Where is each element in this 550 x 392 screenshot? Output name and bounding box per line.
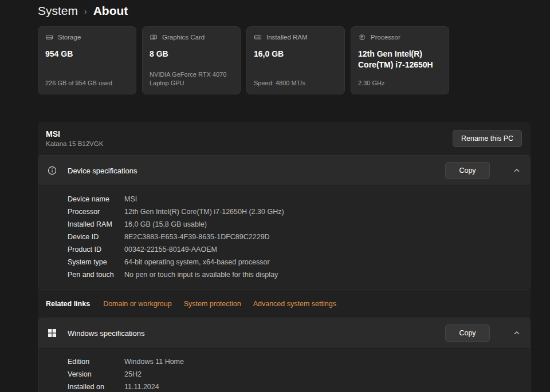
storage-icon	[45, 33, 53, 41]
spec-row-installed-on: Installed on 11.11.2024	[38, 381, 530, 392]
cpu-icon	[358, 33, 366, 41]
spec-value: MSI	[124, 195, 137, 204]
spec-label: Device ID	[68, 233, 124, 241]
spec-label: Product ID	[68, 246, 124, 254]
spec-row-version: Version 25H2	[38, 368, 530, 381]
windows-logo-icon	[48, 328, 57, 338]
spec-value: 00342-22155-80149-AAOEM	[124, 246, 217, 254]
breadcrumb-system[interactable]: System	[38, 3, 78, 18]
link-system-protection[interactable]: System protection	[184, 300, 241, 308]
settings-about-page: System › About Storage 954 GB 226 GB of …	[0, 0, 550, 392]
graphics-card-value: 8 GB	[150, 49, 233, 60]
spec-value: 11.11.2024	[124, 383, 159, 391]
breadcrumb-chevron-icon: ›	[84, 2, 87, 19]
chevron-up-icon[interactable]	[513, 329, 521, 337]
spec-value: 12th Gen Intel(R) Core(TM) i7-12650H (2.…	[124, 208, 284, 216]
processor-card-value: 12th Gen Intel(R) Core(TM) i7-12650H	[358, 49, 442, 70]
spec-value: 25H2	[124, 370, 142, 379]
copy-windows-specs-button[interactable]: Copy	[445, 324, 490, 342]
processor-card-header: Processor	[358, 33, 442, 41]
spec-value: 16,0 GB (15,8 GB usable)	[124, 220, 207, 229]
spec-row-pen-and-touch: Pen and touch No pen or touch input is a…	[38, 268, 530, 281]
spec-label: Installed on	[68, 383, 124, 391]
copy-device-specs-button[interactable]: Copy	[445, 162, 490, 179]
device-specs-expander-header[interactable]: Device specifications Copy	[38, 156, 530, 185]
graphics-card-caption: NVIDIA GeForce RTX 4070 Laptop GPU	[150, 70, 235, 88]
storage-card: Storage 954 GB 226 GB of 954 GB used	[38, 26, 136, 94]
spec-row-installed-ram: Installed RAM 16,0 GB (15,8 GB usable)	[38, 218, 530, 231]
spec-row-edition: Edition Windows 11 Home	[38, 355, 530, 368]
ram-card-header: Installed RAM	[254, 33, 337, 41]
ram-card-caption: Speed: 4800 MT/s	[254, 79, 339, 88]
graphics-card: Graphics Card 8 GB NVIDIA GeForce RTX 40…	[142, 26, 241, 94]
spec-row-system-type: System type 64-bit operating system, x64…	[38, 256, 530, 268]
rename-pc-button[interactable]: Rename this PC	[453, 130, 522, 147]
device-specs-expander: Device specifications Copy Device name M…	[38, 155, 531, 290]
processor-card-label: Processor	[371, 34, 400, 41]
device-name: MSI	[46, 129, 103, 138]
related-links-row: Related links Domain or workgroup System…	[38, 290, 531, 318]
spec-row-product-id: Product ID 00342-22155-80149-AAOEM	[38, 243, 530, 256]
ram-card-label: Installed RAM	[266, 34, 308, 41]
spec-label: Edition	[68, 358, 124, 366]
windows-specs-title: Windows specifications	[68, 329, 434, 338]
spec-label: System type	[68, 258, 124, 267]
spec-label: Installed RAM	[68, 220, 124, 229]
gpu-icon	[150, 33, 158, 41]
device-name-header: MSI Katana 15 B12VGK Rename this PC	[38, 122, 531, 155]
spec-row-device-id: Device ID 8E2C3883-E653-4F39-8635-1DFC89…	[38, 231, 530, 243]
link-advanced-system-settings[interactable]: Advanced system settings	[253, 300, 336, 308]
graphics-card-label: Graphics Card	[162, 34, 205, 41]
storage-card-value: 954 GB	[45, 49, 129, 60]
page-title: About	[93, 3, 128, 18]
spec-row-processor: Processor 12th Gen Intel(R) Core(TM) i7-…	[38, 205, 530, 218]
device-model: Katana 15 B12VGK	[46, 140, 103, 147]
spec-label: Device name	[68, 195, 124, 204]
spec-row-device-name: Device name MSI	[38, 193, 530, 205]
ram-icon	[254, 33, 262, 41]
processor-card-caption: 2.30 GHz	[358, 79, 443, 88]
related-links-title: Related links	[46, 300, 90, 308]
storage-card-header: Storage	[45, 33, 129, 41]
spec-value: 8E2C3883-E653-4F39-8635-1DFC89C2229D	[124, 233, 270, 241]
spec-value: No pen or touch input is available for t…	[124, 271, 278, 279]
info-cards-row: Storage 954 GB 226 GB of 954 GB used Gra…	[38, 26, 531, 94]
ram-card: Installed RAM 16,0 GB Speed: 4800 MT/s	[246, 26, 345, 94]
device-identity: MSI Katana 15 B12VGK	[46, 129, 103, 147]
spec-value: 64-bit operating system, x64-based proce…	[124, 258, 270, 267]
storage-card-label: Storage	[58, 34, 81, 41]
device-specs-title: Device specifications	[68, 167, 434, 175]
windows-specs-body: Edition Windows 11 Home Version 25H2 Ins…	[38, 348, 530, 392]
spec-label: Pen and touch	[68, 271, 124, 279]
storage-card-caption: 226 GB of 954 GB used	[45, 79, 131, 88]
info-icon	[48, 166, 57, 175]
processor-card: Processor 12th Gen Intel(R) Core(TM) i7-…	[351, 26, 449, 94]
windows-specs-expander: Windows specifications Copy Edition Wind…	[38, 318, 531, 392]
windows-specs-expander-header[interactable]: Windows specifications Copy	[38, 318, 530, 348]
spec-label: Processor	[68, 208, 124, 216]
device-specs-body: Device name MSI Processor 12th Gen Intel…	[38, 185, 530, 289]
chevron-up-icon[interactable]	[513, 167, 521, 175]
link-domain-or-workgroup[interactable]: Domain or workgroup	[103, 300, 172, 308]
spec-label: Version	[68, 370, 124, 379]
ram-card-value: 16,0 GB	[254, 49, 337, 60]
main-panel: MSI Katana 15 B12VGK Rename this PC Devi…	[38, 122, 531, 392]
spec-value: Windows 11 Home	[124, 358, 184, 366]
graphics-card-header: Graphics Card	[150, 33, 233, 41]
breadcrumb: System › About	[38, 2, 531, 19]
